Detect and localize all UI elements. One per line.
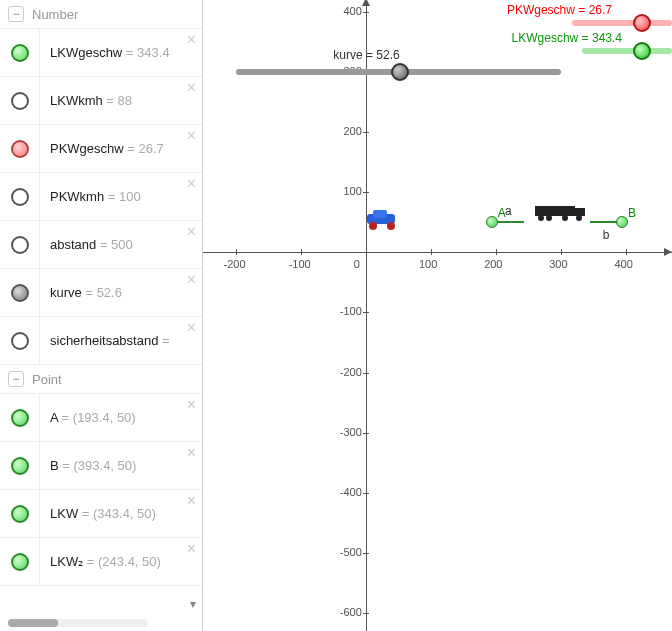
delete-icon[interactable]: × xyxy=(187,319,196,337)
svg-rect-4 xyxy=(535,206,575,216)
svg-point-2 xyxy=(369,222,377,230)
point-item[interactable]: B = (393.4, 50) × xyxy=(0,442,202,490)
delete-icon[interactable]: × xyxy=(187,127,196,145)
x-tick-label: 400 xyxy=(614,258,632,270)
slider-pkwgeschw[interactable] xyxy=(572,20,672,26)
x-tick-label: -200 xyxy=(224,258,246,270)
visibility-toggle-icon[interactable] xyxy=(11,92,29,110)
delete-icon[interactable]: × xyxy=(187,175,196,193)
tick-mark xyxy=(366,249,367,255)
item-label: PKWkmh = 100 xyxy=(40,189,202,204)
svg-point-8 xyxy=(562,215,568,221)
y-tick-label: 100 xyxy=(332,185,362,197)
svg-point-9 xyxy=(576,215,582,221)
visibility-toggle-icon[interactable] xyxy=(11,409,29,427)
number-item[interactable]: abstand = 500 × xyxy=(0,221,202,269)
x-tick-label: 100 xyxy=(419,258,437,270)
tick-mark xyxy=(431,249,432,255)
tick-mark xyxy=(363,493,369,494)
y-axis xyxy=(366,0,367,631)
tick-mark xyxy=(561,249,562,255)
delete-icon[interactable]: × xyxy=(187,396,196,414)
x-tick-label: 0 xyxy=(354,258,360,270)
app-root: − Number LKWgeschw = 343.4 × LKWkmh = 88… xyxy=(0,0,672,631)
y-tick-label: -400 xyxy=(332,486,362,498)
tick-mark xyxy=(363,613,369,614)
tick-mark xyxy=(236,249,237,255)
delete-icon[interactable]: × xyxy=(187,79,196,97)
point-item[interactable]: LKW₂ = (243.4, 50) × xyxy=(0,538,202,586)
truck-icon[interactable] xyxy=(535,204,591,225)
graphics-view[interactable]: -200-1000100200300400-600-500-400-300-20… xyxy=(203,0,672,631)
visibility-toggle-icon[interactable] xyxy=(11,457,29,475)
point-item[interactable]: A = (193.4, 50) × xyxy=(0,394,202,442)
delete-icon[interactable]: × xyxy=(187,492,196,510)
y-tick-label: -200 xyxy=(332,366,362,378)
x-tick-label: -100 xyxy=(289,258,311,270)
tick-mark xyxy=(363,12,369,13)
tick-mark xyxy=(363,132,369,133)
tick-mark xyxy=(363,192,369,193)
point-label: B xyxy=(628,206,636,220)
svg-point-3 xyxy=(387,222,395,230)
slider-kurve-knob[interactable] xyxy=(391,63,409,81)
point-item[interactable]: LKW = (343.4, 50) × xyxy=(0,490,202,538)
x-tick-label: 300 xyxy=(549,258,567,270)
section-title: Number xyxy=(32,7,78,22)
svg-point-7 xyxy=(546,215,552,221)
delete-icon[interactable]: × xyxy=(187,31,196,49)
y-tick-label: -600 xyxy=(332,606,362,618)
axis-arrow-icon xyxy=(664,248,672,256)
number-item[interactable]: kurve = 52.6 × xyxy=(0,269,202,317)
point-label: A xyxy=(498,206,506,220)
visibility-toggle-icon[interactable] xyxy=(11,284,29,302)
visibility-toggle-icon[interactable] xyxy=(11,553,29,571)
y-tick-label: -500 xyxy=(332,546,362,558)
y-tick-label: -300 xyxy=(332,426,362,438)
number-item[interactable]: LKWgeschw = 343.4 × xyxy=(0,29,202,77)
svg-rect-5 xyxy=(575,208,585,216)
item-label: kurve = 52.6 xyxy=(40,285,202,300)
slider-lkwgeschw-knob[interactable] xyxy=(633,42,651,60)
item-label: LKW = (343.4, 50) xyxy=(40,506,202,521)
car-icon[interactable] xyxy=(365,210,401,233)
section-title: Point xyxy=(32,372,62,387)
delete-icon[interactable]: × xyxy=(187,540,196,558)
number-item[interactable]: LKWkmh = 88 × xyxy=(0,77,202,125)
x-tick-label: 200 xyxy=(484,258,502,270)
scroll-down-icon[interactable]: ▾ xyxy=(190,597,196,611)
point-B[interactable] xyxy=(616,216,628,228)
collapse-icon[interactable]: − xyxy=(8,371,24,387)
item-label: PKWgeschw = 26.7 xyxy=(40,141,202,156)
visibility-toggle-icon[interactable] xyxy=(11,332,29,350)
visibility-toggle-icon[interactable] xyxy=(11,44,29,62)
visibility-toggle-icon[interactable] xyxy=(11,236,29,254)
collapse-icon[interactable]: − xyxy=(8,6,24,22)
slider-pkwgeschw-knob[interactable] xyxy=(633,14,651,32)
visibility-toggle-icon[interactable] xyxy=(11,188,29,206)
algebra-sidebar[interactable]: − Number LKWgeschw = 343.4 × LKWkmh = 88… xyxy=(0,0,203,631)
tick-mark xyxy=(363,553,369,554)
tick-mark xyxy=(301,249,302,255)
item-label: LKW₂ = (243.4, 50) xyxy=(40,554,202,569)
section-header-point[interactable]: − Point xyxy=(0,365,202,394)
number-item[interactable]: sicherheitsabstand = × xyxy=(0,317,202,365)
delete-icon[interactable]: × xyxy=(187,271,196,289)
horizontal-scrollbar[interactable] xyxy=(8,619,148,627)
y-tick-label: 400 xyxy=(332,5,362,17)
delete-icon[interactable]: × xyxy=(187,223,196,241)
point-A[interactable] xyxy=(486,216,498,228)
visibility-toggle-icon[interactable] xyxy=(11,505,29,523)
tick-mark xyxy=(363,312,369,313)
visibility-toggle-icon[interactable] xyxy=(11,140,29,158)
svg-point-6 xyxy=(538,215,544,221)
slider-lkwgeschw[interactable] xyxy=(582,48,672,54)
section-header-number[interactable]: − Number xyxy=(0,0,202,29)
number-item[interactable]: PKWgeschw = 26.7 × xyxy=(0,125,202,173)
item-label: LKWgeschw = 343.4 xyxy=(40,45,202,60)
delete-icon[interactable]: × xyxy=(187,444,196,462)
item-label: B = (393.4, 50) xyxy=(40,458,202,473)
svg-rect-1 xyxy=(373,210,387,218)
item-label: A = (193.4, 50) xyxy=(40,410,202,425)
number-item[interactable]: PKWkmh = 100 × xyxy=(0,173,202,221)
